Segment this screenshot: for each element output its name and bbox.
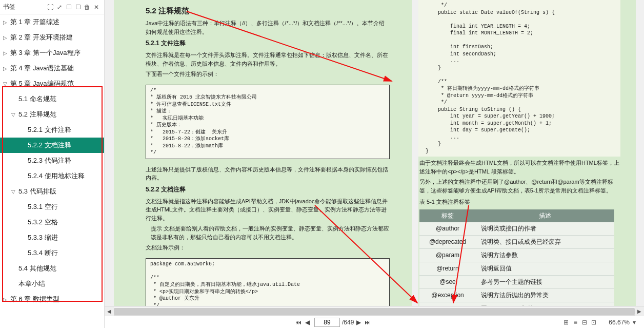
chevron-icon[interactable]: ▽ [11,112,18,118]
add-icon[interactable]: ☐ [64,4,73,11]
table-row: @see参考另一个主题的链接 [419,275,614,288]
toc-label: 5.2.2 文档注释 [28,141,71,150]
code-block: package com.a51work6; /** * 自定义的日期类，具有日期… [146,258,390,306]
tip: 提示 文档是要给别人看的帮助文档，一般注释的实例变量、静态变量、实例方法和静态方… [146,224,390,241]
view-single-icon[interactable]: ⊞ [561,319,571,326]
toc-item[interactable]: 5.2.1 文件注释 [0,122,104,138]
th-desc: 描述 [476,209,614,222]
pager-bar: ⏮ ◀ /649 ▶ ⏭ ⊞ ≡ ⊟ ⊡ 66.67% ▾ [105,316,644,328]
toc-item[interactable]: ▽5.2 注释规范 [0,107,104,122]
view-book-icon[interactable]: ⊡ [589,319,598,326]
toc-label: 5.3 代码排版 [18,187,56,196]
subsection: 5.2.2 文档注释 [146,185,390,194]
cell-desc: 说明类、接口或成员已经废弃 [476,235,614,248]
cell-tag: @author [419,222,476,236]
toc-label: 本章小结 [18,279,45,288]
paragraph: 文档注释示例： [146,243,390,252]
cell-desc: 同@exception 标签 [476,302,614,306]
table-caption: 表 5-1 文档注释标签 [419,198,620,206]
toc-item[interactable]: 5.2.2 文档注释 [0,138,104,153]
toc-item[interactable]: 5.3.4 断行 [0,245,104,261]
scroll-left-icon[interactable]: ◀ [105,307,114,316]
cell-tag: @throws [419,302,476,306]
toc-label: 5.2.3 代码注释 [28,156,71,165]
table-row: @param说明方法参数 [419,248,614,262]
chevron-icon[interactable]: ▷ [3,20,10,25]
page-right: */ public static Date valueOf(String s) … [418,0,636,306]
toc-item[interactable]: 5.1 命名规范 [0,91,104,107]
toc-item[interactable]: 5.2.4 使用地标注释 [0,168,104,184]
toc-label: 5.3.4 断行 [28,248,58,258]
toc-item[interactable]: ▷第 3 章 第一个Java程序 [0,45,104,61]
view-facing-icon[interactable]: ⊟ [580,319,589,326]
cell-desc: 说明方法参数 [476,248,614,262]
toc-label: 第 3 章 第一个Java程序 [10,48,80,57]
toc-label: 第 6 章 数据类型 [10,295,59,304]
toc-label: 第 4 章 Java语法基础 [10,64,74,73]
table-row: @exception说明方法所抛出的异常类 [419,288,614,302]
close-icon[interactable]: ✕ [92,4,101,11]
cell-desc: 说明返回值 [476,262,614,275]
bookmark-sidebar: 书签 ⛶ ⤢ ☐ ☐ 🗑 ✕ ▷第 1 章 开篇综述▷第 2 章 开发环境搭建▷… [0,0,105,328]
expand-icon[interactable]: ⛶ [46,4,55,11]
copy-icon[interactable]: ☐ [73,4,83,11]
toc-item[interactable]: ▽5.3 代码排版 [0,184,104,199]
chevron-icon[interactable]: ▽ [11,189,18,195]
toc-item[interactable]: ▽第 5 章 Java编码规范 [0,76,104,91]
toc-item[interactable]: 5.4 其他规范 [0,261,104,276]
toc-item[interactable]: ▷第 4 章 Java语法基础 [0,61,104,76]
cell-tag: @see [419,275,476,288]
th-tag: 标签 [419,209,476,222]
cell-tag: @return [419,262,476,275]
toc-label: 第 2 章 开发环境搭建 [10,33,73,42]
toc-item[interactable]: ▷第 2 章 开发环境搭建 [0,30,104,45]
toc-item[interactable]: ▷第 1 章 开篇综述 [0,14,104,30]
chevron-icon[interactable]: ▽ [3,81,10,87]
page-total: /649 [342,319,354,326]
toc-item[interactable]: 5.3.2 空格 [0,215,104,230]
paragraph: 另外，上述的文档注释中还用到了@author、@return和@param等文档… [419,178,620,195]
toc-item[interactable]: 5.2.3 代码注释 [0,153,104,168]
chevron-icon[interactable]: ▷ [3,66,10,71]
view-continuous-icon[interactable]: ≡ [571,319,580,326]
toc-label: 5.2.4 使用地标注释 [28,171,85,181]
toc-item[interactable]: 本章小结 [0,276,104,292]
trash-icon[interactable]: 🗑 [83,4,92,11]
chevron-icon[interactable]: ▷ [3,35,10,41]
sidebar-title: 书签 [3,3,46,11]
first-page-icon[interactable]: ⏮ [294,319,303,326]
cell-desc: 说明方法所抛出的异常类 [476,288,614,302]
cell-desc: 参考另一个主题的链接 [476,275,614,288]
section-heading: 5.2 注释规范 [146,6,390,16]
page-input[interactable] [314,318,340,327]
chevron-icon[interactable]: ▷ [3,50,10,56]
toc-label: 5.3.1 空行 [28,202,58,211]
last-page-icon[interactable]: ⏭ [363,319,372,326]
paragraph: 由于文档注释最终会生成HTML文档，所以可以在文档注释中使用HTML标签，上述注… [419,159,620,176]
scroll-right-icon[interactable]: ▶ [635,307,644,316]
fullscreen-icon[interactable]: ⤢ [55,4,64,11]
cell-tag: @deprecated [419,235,476,248]
cell-tag: @param [419,248,476,262]
content-area: 5.2 注释规范 Java中注释的语法有三种：单行注释（//）、多行注释（/*.… [105,0,644,328]
toc[interactable]: ▷第 1 章 开篇综述▷第 2 章 开发环境搭建▷第 3 章 第一个Java程序… [0,14,104,328]
subsection: 5.2.1 文件注释 [146,39,390,48]
toc-label: 5.2 注释规范 [18,110,56,119]
horizontal-scrollbar[interactable]: ◀ ▶ [105,306,644,316]
scroll-thumb[interactable] [114,308,635,315]
toc-item[interactable]: 5.3.1 空行 [0,199,104,215]
next-page-icon[interactable]: ▶ [354,319,363,326]
prev-page-icon[interactable]: ◀ [303,319,312,326]
cell-tag: @exception [419,288,476,302]
toc-label: 5.4 其他规范 [18,264,56,273]
toc-label: 5.3.3 缩进 [28,233,58,242]
paragraph: 下面看一个文件注释的示例： [146,70,390,79]
zoom-label[interactable]: 66.67% [609,319,630,326]
paragraph: 文件注释就是在每一个文件开头添加注释。文件注释通常包括如下信息：版权信息、文件名… [146,51,390,68]
zoom-dropdown-icon[interactable]: ▾ [630,319,639,326]
toc-item[interactable]: ▷第 6 章 数据类型 [0,292,104,307]
toc-label: 5.3.2 空格 [28,218,58,227]
toc-label: 第 5 章 Java编码规范 [10,79,74,88]
chevron-icon[interactable]: ▷ [3,297,10,302]
toc-item[interactable]: 5.3.3 缩进 [0,230,104,245]
